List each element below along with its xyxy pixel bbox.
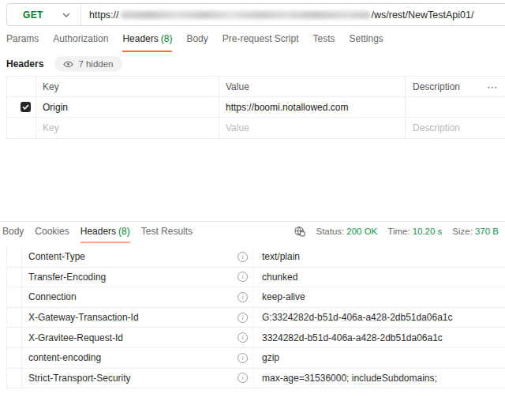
time-group: Time:10.20 s [387, 227, 442, 236]
hidden-headers-label: 7 hidden [78, 59, 113, 69]
response-header-key: Strict-Transport-Security [28, 373, 131, 384]
tab-tests[interactable]: Tests [312, 33, 335, 52]
response-header-row: X-Gateway-Transaction-Idi G:3324282d-b51… [7, 308, 505, 328]
response-header-key: X-Gateway-Transaction-Id [28, 312, 139, 323]
status-group: Status:200 OK [316, 227, 377, 236]
response-header-row: Strict-Transport-Securityi max-age=31536… [7, 369, 505, 389]
url-redacted-blur [121, 11, 370, 19]
status-label: Status: [316, 227, 344, 236]
table-placeholder-row: Key Value Description [7, 118, 505, 139]
info-icon[interactable]: i [238, 272, 248, 282]
url-suffix: /ws/rest/NewTestApi01/ [372, 9, 474, 21]
size-value: 370 B [475, 227, 499, 236]
more-options-icon[interactable]: ⋯ [487, 83, 499, 91]
request-url-bar: GET https:// /ws/rest/NewTestApi01/ [6, 3, 505, 26]
row-spacer [7, 308, 22, 328]
row-spacer [7, 369, 22, 388]
row-checkbox-cell [7, 97, 36, 117]
response-tab-test-results[interactable]: Test Results [141, 226, 193, 243]
status-value: 200 OK [346, 227, 377, 236]
globe-lock-icon[interactable] [294, 226, 305, 237]
hidden-headers-toggle[interactable]: 7 hidden [54, 56, 122, 72]
tab-settings[interactable]: Settings [350, 33, 383, 52]
request-headers-table: Key Value Description ⋯ Origin https://b… [6, 76, 505, 139]
new-description-field[interactable]: Description [406, 118, 505, 138]
tab-pre-request-script[interactable]: Pre-request Script [223, 33, 299, 52]
column-header-value: Value [219, 77, 406, 96]
method-selector[interactable]: GET [7, 4, 81, 25]
response-headers-count: (8) [118, 226, 130, 237]
response-tab-body[interactable]: Body [2, 226, 24, 243]
response-header-row: Connectioni keep-alive [7, 287, 505, 308]
response-header-value: max-age=31536000; includeSubdomains; [253, 369, 505, 388]
response-header-key: Content-Type [28, 251, 85, 262]
time-label: Time: [387, 227, 410, 236]
response-header-key: Connection [28, 291, 77, 302]
response-header-key: content-encoding [28, 352, 101, 363]
response-pane-divider [0, 221, 505, 222]
time-value: 10.20 s [413, 227, 443, 236]
response-header-row: X-Gravitee-Request-Idi 3324282d-b51d-406… [7, 328, 505, 348]
tab-params[interactable]: Params [6, 33, 39, 52]
info-icon[interactable]: i [238, 252, 248, 262]
info-icon[interactable]: i [238, 313, 248, 323]
chevron-down-icon [62, 13, 70, 17]
size-group: Size:370 B [452, 227, 499, 236]
header-key-field[interactable]: Origin [36, 97, 219, 117]
column-header-key: Key [36, 77, 219, 96]
response-header-value: gzip [253, 348, 505, 368]
check-icon [22, 104, 29, 110]
response-header-key: X-Gravitee-Request-Id [28, 332, 123, 343]
url-prefix: https:// [89, 9, 119, 21]
response-header-row: Transfer-Encodingi chunked [7, 268, 505, 288]
info-icon[interactable]: i [238, 332, 248, 343]
request-tabs: Params Authorization Headers(8) Body Pre… [6, 33, 505, 51]
row-spacer [7, 287, 22, 307]
row-checkbox-cell [7, 118, 36, 138]
tab-body[interactable]: Body [186, 33, 208, 52]
headers-section-title: Headers [6, 58, 43, 69]
headers-section-header: Headers 7 hidden [6, 55, 122, 73]
response-tab-cookies[interactable]: Cookies [35, 226, 69, 243]
headers-count: (8) [161, 33, 173, 44]
header-description-field[interactable] [406, 97, 505, 117]
response-header-value: G:3324282d-b51d-406a-a428-2db51da06a1c [253, 308, 505, 328]
response-header-value: 3324282d-b51d-406a-a428-2db51da06a1c [253, 328, 505, 347]
select-all-cell [7, 77, 36, 96]
response-tabs: Body Cookies Headers(8) Test Results Sta… [2, 226, 499, 243]
column-header-description: Description ⋯ [406, 77, 505, 96]
new-value-field[interactable]: Value [219, 118, 406, 138]
response-header-value: keep-alive [253, 287, 505, 307]
header-value-field[interactable]: https://boomi.notallowed.com [219, 97, 406, 117]
new-key-field[interactable]: Key [36, 118, 219, 138]
row-spacer [7, 268, 22, 287]
row-spacer [7, 348, 22, 368]
response-tab-headers[interactable]: Headers(8) [80, 226, 130, 243]
row-spacer [7, 328, 22, 347]
info-icon[interactable]: i [238, 292, 248, 302]
method-label: GET [23, 9, 43, 21]
response-header-key: Transfer-Encoding [28, 272, 106, 283]
info-icon[interactable]: i [238, 353, 248, 363]
tab-authorization[interactable]: Authorization [53, 33, 108, 52]
response-header-row: Content-Typei text/plain [7, 247, 505, 268]
response-headers-table: Content-Typei text/plain Transfer-Encodi… [6, 247, 505, 388]
tab-headers[interactable]: Headers(8) [122, 33, 172, 52]
row-checkbox[interactable] [21, 102, 31, 112]
info-icon[interactable]: i [238, 373, 248, 383]
size-label: Size: [452, 227, 473, 236]
row-spacer [7, 247, 22, 267]
eye-icon [63, 61, 73, 68]
url-input[interactable]: https:// /ws/rest/NewTestApi01/ [81, 4, 505, 25]
response-meta: Status:200 OK Time:10.20 s Size:370 B [294, 226, 499, 237]
table-row: Origin https://boomi.notallowed.com [7, 97, 505, 118]
response-header-value: text/plain [253, 247, 505, 267]
response-header-row: content-encodingi gzip [7, 348, 505, 369]
table-header-row: Key Value Description ⋯ [7, 77, 505, 97]
response-header-value: chunked [253, 268, 505, 287]
